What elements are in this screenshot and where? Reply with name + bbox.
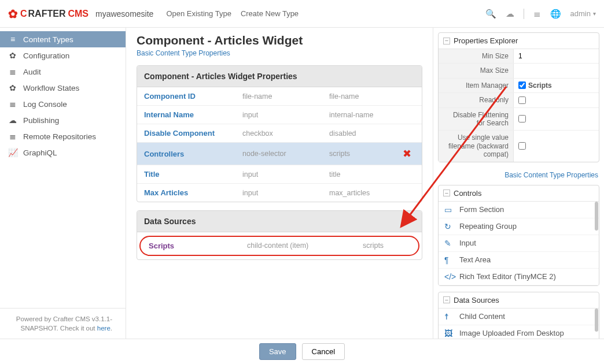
chevron-down-icon: ▾ [593,10,596,17]
sidebar-item-label: GraphiQL [23,148,57,157]
ds-row-scripts[interactable]: Scripts child-content (item) scripts [139,236,419,256]
flatten-check[interactable] [518,115,526,122]
ds-type: child-content (item) [247,242,363,250]
sidebar-item-label: Configuration [23,51,69,60]
single-value-check[interactable] [518,142,526,150]
ds-child-content[interactable]: ☨ Child Content [439,309,599,325]
control-textarea[interactable]: ¶ Text Area [439,252,599,269]
sidebar-item-workflow[interactable]: ✿ Workflow States [0,80,126,96]
footer-link[interactable]: here [97,325,111,332]
kv-key: Disable Flattening for Search [439,108,514,131]
sidebar: ≡ Content Types ✿ Configuration ≣ Audit … [0,28,126,346]
scrollbar[interactable] [594,292,599,346]
kv-key: Max Size [439,64,514,77]
sidebar-item-configuration[interactable]: ✿ Configuration [0,47,126,64]
prop-row-max-articles[interactable]: Max Articles input max_articles [137,184,422,202]
sidebar-item-content-types[interactable]: ≡ Content Types [0,31,126,47]
prop-name: Component ID [144,92,242,101]
sidebar-item-log[interactable]: ≣ Log Console [0,96,126,112]
topbar-right: 🔍 ☁ ≣ 🌐 admin ▾ [485,9,596,19]
gear-icon: ✿ [8,51,17,60]
prop-field: internal-name [329,111,399,119]
control-label: Input [459,239,476,247]
logo-text: RAFTER [28,9,66,19]
create-new-link[interactable]: Create New Type [241,9,299,18]
sidebar-item-remote[interactable]: ≣ Remote Repositories [0,128,126,144]
readonly-check[interactable] [518,96,526,104]
kv-single-value: Use single value filename (backward comp… [439,131,599,161]
search-icon[interactable]: 🔍 [485,9,496,19]
panel-title: Properties Explorer [454,36,518,45]
collapse-icon[interactable]: − [443,190,450,196]
code-icon: </> [444,272,454,281]
sidebar-item-publishing[interactable]: ☁ Publishing [0,112,126,128]
control-label: Rich Text Editor (TinyMCE 2) [459,272,556,281]
min-size-input[interactable] [518,52,594,60]
prop-field: file-name [329,92,399,101]
cloud-icon[interactable]: ☁ [506,9,514,19]
sidebar-item-label: Publishing [23,116,59,125]
pencil-icon: ✎ [444,239,454,248]
section-icon: ▭ [444,205,454,214]
prop-row-component-id[interactable]: Component ID file-name file-name [137,87,422,106]
prop-type: input [242,170,329,179]
kv-val: Scripts [528,81,552,90]
list-icon: ≡ [8,35,17,44]
topbar: ✿ CRAFTERCMS myawesomesite Open Existing… [0,0,604,28]
cancel-button[interactable]: Cancel [302,343,345,360]
control-input[interactable]: ✎ Input [439,235,599,252]
delete-icon[interactable]: ✖ [399,147,415,160]
panel-title: Data Sources [454,296,499,304]
open-existing-link[interactable]: Open Existing Type [166,9,231,18]
globe-icon[interactable]: 🌐 [550,9,561,19]
prop-field: title [329,170,399,179]
properties-header: Component - Articles Widget Properties [137,66,422,87]
properties-explorer-header[interactable]: − Properties Explorer [439,33,599,49]
control-rte[interactable]: </> Rich Text Editor (TinyMCE 2) [439,269,599,285]
ds-name: Scripts [149,242,247,250]
main-content: Component - Articles Widget Basic Conten… [126,28,433,346]
breadcrumb[interactable]: Basic Content Type Properties [137,49,230,57]
kv-key: Item Manager [439,79,514,92]
logo-letter: C [20,9,27,19]
child-icon: ☨ [444,312,454,321]
prop-row-disable[interactable]: Disable Component checkbox disabled [137,124,422,143]
sidebar-footer: Powered by Crafter CMS v3.1.1-SNAPSHOT. … [0,308,126,339]
save-button[interactable]: Save [259,343,296,360]
prop-name: Max Articles [144,188,242,197]
controls-panel-header[interactable]: − Controls [439,185,599,202]
control-form-section[interactable]: ▭ Form Section [439,202,599,218]
list-icon: ≣ [8,132,17,141]
prop-field: scripts [329,150,399,158]
sidebar-item-label: Log Console [23,100,67,109]
data-sources-panel: − Data Sources ☨ Child Content 🖼 Image U… [438,292,599,346]
kv-item-manager: Item Manager Scripts [439,79,599,93]
data-sources-table: Data Sources Scripts child-content (item… [137,210,422,260]
sidebar-item-audit[interactable]: ≣ Audit [0,64,126,80]
sidebar-item-graphiql[interactable]: 📈 GraphiQL [0,144,126,161]
kv-key: Use single value filename (backward comp… [439,131,514,161]
control-repeating-group[interactable]: ↻ Repeating Group [439,218,599,235]
max-size-input[interactable] [518,67,594,75]
item-manager-check[interactable] [518,81,526,89]
prop-name: Title [144,170,242,179]
prop-row-controllers[interactable]: Controllers node-selector scripts ✖ [137,143,422,165]
back-link[interactable]: Basic Content Type Properties [438,168,599,179]
user-label: admin [570,9,591,18]
menu-icon[interactable]: ≣ [533,9,541,19]
user-menu[interactable]: admin ▾ [570,9,596,18]
scrollbar[interactable] [594,185,599,285]
footer: Save Cancel [0,339,604,364]
prop-name: Controllers [144,150,242,158]
control-label: Text Area [459,255,491,264]
collapse-icon[interactable]: − [443,296,450,303]
image-icon: 🖼 [444,329,454,338]
collapse-icon[interactable]: − [443,38,450,44]
prop-name: Internal Name [144,110,242,119]
logo[interactable]: ✿ CRAFTERCMS [8,7,89,21]
kv-min-size: Min Size [439,49,599,64]
prop-row-title[interactable]: Title input title [137,165,422,184]
data-sources-panel-header[interactable]: − Data Sources [439,292,599,309]
top-links: Open Existing Type Create New Type [166,9,299,18]
prop-row-internal-name[interactable]: Internal Name input internal-name [137,106,422,124]
